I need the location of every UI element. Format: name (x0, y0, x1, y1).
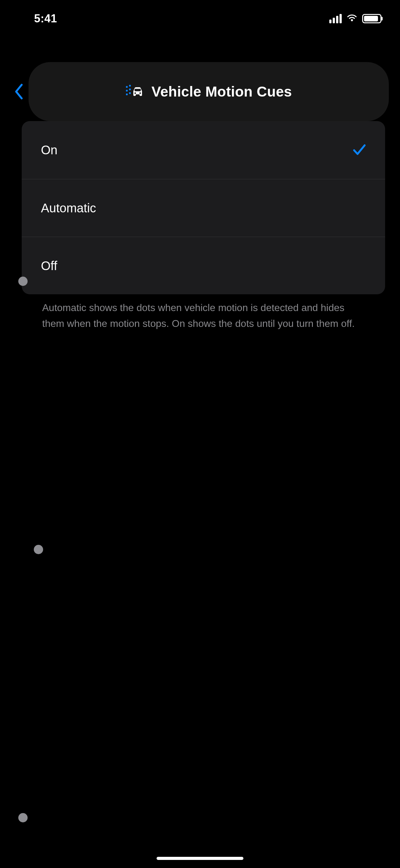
svg-point-2 (126, 93, 128, 95)
svg-point-4 (129, 89, 131, 90)
title-pill: Vehicle Motion Cues (29, 62, 389, 121)
cellular-icon (329, 14, 342, 23)
battery-icon (362, 14, 381, 23)
motion-cue-dot (18, 813, 28, 823)
back-button[interactable] (11, 79, 27, 104)
svg-point-7 (135, 93, 136, 94)
page-title: Vehicle Motion Cues (151, 83, 292, 100)
svg-point-3 (129, 85, 131, 87)
footer-description: Automatic shows the dots when vehicle mo… (42, 300, 369, 331)
motion-cue-dot (18, 277, 28, 286)
option-automatic[interactable]: Automatic (22, 179, 385, 237)
svg-point-5 (129, 92, 131, 94)
status-icons (329, 14, 381, 24)
motion-cue-dot (34, 545, 43, 554)
svg-point-8 (139, 93, 141, 94)
status-time: 5:41 (34, 12, 57, 25)
option-off[interactable]: Off (22, 237, 385, 294)
option-label: Automatic (41, 201, 96, 215)
option-label: On (41, 143, 57, 157)
checkmark-icon (352, 143, 367, 157)
wifi-icon (346, 14, 358, 24)
svg-rect-6 (135, 89, 141, 91)
navigation-bar: Vehicle Motion Cues (0, 62, 400, 121)
options-list: On Automatic Off (22, 121, 385, 294)
svg-point-0 (126, 86, 128, 88)
vehicle-motion-cues-icon (125, 85, 144, 99)
option-on[interactable]: On (22, 121, 385, 179)
svg-point-1 (126, 90, 128, 92)
option-label: Off (41, 259, 57, 273)
home-indicator (157, 857, 243, 860)
status-bar: 5:41 (0, 0, 400, 37)
